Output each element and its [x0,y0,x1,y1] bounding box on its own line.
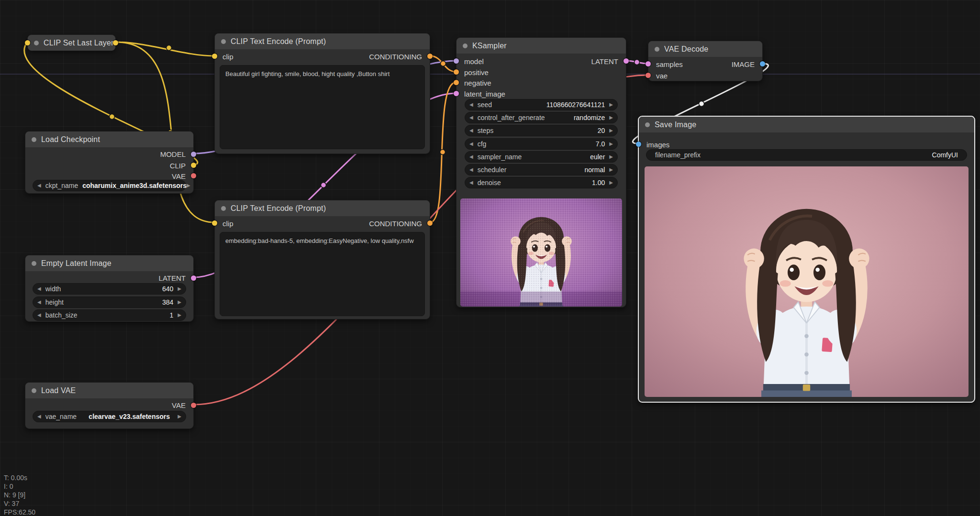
steps-widget[interactable]: ◀ steps 20 ▶ [465,125,618,136]
widget-increase-icon[interactable]: ▶ [178,286,181,291]
collapse-dot-icon[interactable] [34,41,39,45]
widget-value: ComfyUI [705,151,958,159]
widget-decrease-icon[interactable]: ◀ [469,102,473,107]
widget-name: filename_prefix [655,151,701,159]
widget-decrease-icon[interactable]: ◀ [469,128,473,133]
vae-name-widget[interactable]: ◀ vae_name clearvae_v23.safetensors ▶ [33,411,186,422]
collapse-dot-icon[interactable] [463,44,468,48]
node-ksampler[interactable]: KSampler model LATENT positive negative … [456,37,626,307]
collapse-dot-icon[interactable] [32,388,36,393]
ckpt-name-widget[interactable]: ◀ ckpt_name coharumix_anime3d.safetensor… [33,180,186,191]
widget-increase-icon[interactable]: ▶ [187,183,190,188]
cfg-widget[interactable]: ◀ cfg 7.0 ▶ [465,138,618,150]
output-label-latent: LATENT [159,274,186,282]
widget-increase-icon[interactable]: ▶ [609,167,613,172]
output-label-conditioning: CONDITIONING [369,53,422,61]
widget-name: seed [478,101,492,109]
ksampler-preview-image [460,198,622,307]
model-input-socket[interactable] [454,58,459,64]
link-midpoint-dot [635,60,640,65]
widget-increase-icon[interactable]: ▶ [609,115,613,120]
widget-value: 1108660276641121 [496,101,605,109]
widget-decrease-icon[interactable]: ◀ [37,313,41,318]
vae-input-socket[interactable] [646,73,651,78]
widget-increase-icon[interactable]: ▶ [609,142,613,146]
widget-increase-icon[interactable]: ▶ [609,180,613,185]
clip-input-socket[interactable] [212,220,217,226]
widget-increase-icon[interactable]: ▶ [178,414,181,419]
filename-prefix-widget[interactable]: filename_prefix ComfyUI [646,149,967,161]
sampler-name-widget[interactable]: ◀ sampler_name euler ▶ [465,151,618,163]
node-title-bar[interactable]: Empty Latent Image [25,255,193,271]
conditioning-output-socket[interactable] [427,54,433,59]
collapse-dot-icon[interactable] [221,206,226,211]
widget-increase-icon[interactable]: ▶ [609,128,613,133]
widget-name: sampler_name [478,153,522,161]
negative-prompt-textarea[interactable]: embedding:bad-hands-5, embedding:EasyNeg… [220,232,425,316]
node-load-checkpoint[interactable]: Load Checkpoint MODEL CLIP VAE ◀ ckpt_na… [25,131,194,194]
seed-widget[interactable]: ◀ seed 1108660276641121 ▶ [465,99,618,110]
node-clip-set-last-layer[interactable]: CLIP Set Last Layer [27,34,116,50]
node-title-bar[interactable]: VAE Decode [648,41,762,57]
widget-decrease-icon[interactable]: ◀ [37,300,41,305]
node-clip-text-encode-negative[interactable]: CLIP Text Encode (Prompt) clip CONDITION… [214,200,430,319]
positive-prompt-textarea[interactable]: Beautiful girl fighting, smile, blood, h… [220,65,425,149]
widget-decrease-icon[interactable]: ◀ [469,167,473,172]
widget-decrease-icon[interactable]: ◀ [469,154,473,159]
node-clip-text-encode-positive[interactable]: CLIP Text Encode (Prompt) clip CONDITION… [214,33,430,154]
denoise-widget[interactable]: ◀ denoise 1.00 ▶ [465,177,618,188]
positive-input-socket[interactable] [454,69,459,75]
height-widget[interactable]: ◀ height 384 ▶ [33,296,186,308]
latent-output-socket[interactable] [191,275,196,281]
node-vae-decode[interactable]: VAE Decode samples IMAGE vae [648,41,763,81]
widget-increase-icon[interactable]: ▶ [178,313,181,318]
node-title-bar[interactable]: CLIP Text Encode (Prompt) [215,200,430,216]
widget-decrease-icon[interactable]: ◀ [469,142,473,146]
widget-increase-icon[interactable]: ▶ [609,102,613,107]
collapse-dot-icon[interactable] [32,261,36,266]
scheduler-widget[interactable]: ◀ scheduler normal ▶ [465,164,618,176]
model-output-socket[interactable] [191,152,196,157]
node-title-bar[interactable]: Save Image [639,117,974,132]
latent-output-socket[interactable] [624,58,629,64]
widget-name: height [45,298,64,306]
widget-increase-icon[interactable]: ▶ [178,300,181,305]
vae-output-socket[interactable] [191,403,196,408]
clip-input-socket[interactable] [212,54,217,59]
image-output-socket[interactable] [760,61,765,66]
latent-image-input-socket[interactable] [454,91,459,96]
node-title-bar[interactable]: Load VAE [25,383,193,398]
images-input-socket[interactable] [636,142,641,147]
collapse-dot-icon[interactable] [645,122,650,127]
node-empty-latent-image[interactable]: Empty Latent Image LATENT ◀ width 640 ▶ … [25,255,194,322]
collapse-dot-icon[interactable] [32,137,36,142]
collapse-dot-icon[interactable] [221,39,226,44]
node-title-bar[interactable]: Load Checkpoint [25,132,193,147]
widget-increase-icon[interactable]: ▶ [609,154,613,159]
widget-decrease-icon[interactable]: ◀ [37,183,41,188]
node-load-vae[interactable]: Load VAE VAE ◀ vae_name clearvae_v23.saf… [25,382,194,429]
control-after-generate-widget[interactable]: ◀ control_after_generate randomize ▶ [465,112,618,123]
samples-input-socket[interactable] [646,61,651,66]
widget-name: denoise [478,179,501,187]
clip-input-socket[interactable] [25,40,30,45]
node-title-bar[interactable]: CLIP Text Encode (Prompt) [215,33,430,49]
widget-decrease-icon[interactable]: ◀ [469,115,473,120]
batch-size-widget[interactable]: ◀ batch_size 1 ▶ [33,309,186,321]
vae-output-socket[interactable] [191,173,196,178]
conditioning-output-socket[interactable] [427,220,433,226]
node-save-image[interactable]: Save Image images filename_prefix ComfyU… [638,116,975,403]
clip-output-socket[interactable] [113,40,118,45]
widget-decrease-icon[interactable]: ◀ [37,286,41,291]
widget-name: batch_size [45,311,78,319]
widget-decrease-icon[interactable]: ◀ [469,180,473,185]
input-label-samples: samples [656,60,683,68]
node-title-bar[interactable]: KSampler [457,38,626,54]
width-widget[interactable]: ◀ width 640 ▶ [33,283,186,295]
negative-input-socket[interactable] [454,80,459,85]
node-title-bar[interactable]: CLIP Set Last Layer [28,35,115,51]
output-label-model: MODEL [160,150,186,158]
clip-output-socket[interactable] [191,163,196,168]
collapse-dot-icon[interactable] [655,47,659,52]
widget-decrease-icon[interactable]: ◀ [37,414,41,419]
